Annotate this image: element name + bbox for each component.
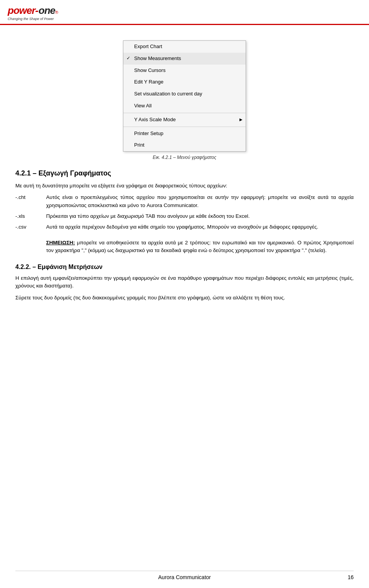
def-row-csv: -.csv Αυτά τα αρχεία περιέχουν δεδομένα … bbox=[15, 223, 354, 254]
term-xls: -.xls bbox=[15, 212, 46, 220]
logo-container: power-one® Changing the Shape of Power bbox=[8, 5, 361, 21]
menu-item-edit-y-range[interactable]: Edit Y Range bbox=[123, 76, 246, 88]
menu-item-show-measurements[interactable]: Show Measurements bbox=[123, 53, 246, 65]
menu-separator-1 bbox=[123, 113, 246, 113]
term-csv: -.csv bbox=[15, 223, 46, 254]
def-row-xls: -.xls Πρόκειται για τύπο αρχείων με διαχ… bbox=[15, 212, 354, 220]
menu-item-print[interactable]: Print bbox=[123, 139, 246, 151]
logo-dash: - bbox=[35, 5, 39, 17]
logo-line1: power-one® bbox=[8, 5, 58, 17]
desc-xls: Πρόκειται για τύπο αρχείων με διαχωρισμό… bbox=[46, 212, 354, 220]
menu-item-view-all[interactable]: View All bbox=[123, 100, 246, 112]
section-421-intro: Με αυτή τη δυνατότητα μπορείτε να εξάγετ… bbox=[15, 182, 354, 190]
definition-table: -.cht Αυτός είναι ο προεπιλεγμένος τύπος… bbox=[15, 194, 354, 254]
menu-item-printer-setup[interactable]: Printer Setup bbox=[123, 128, 246, 140]
footer-page: 16 bbox=[347, 574, 354, 580]
page-header: power-one® Changing the Shape of Power bbox=[0, 0, 369, 25]
menu-separator-2 bbox=[123, 127, 246, 127]
menu-item-set-visualization[interactable]: Set visualization to current day bbox=[123, 88, 246, 100]
logo-power: power bbox=[8, 5, 35, 17]
section-422-para1: Η επιλογή αυτή εμφανίζει/αποκρύπτει την … bbox=[15, 274, 354, 290]
desc-cht: Αυτός είναι ο προεπιλεγμένος τύπος αρχεί… bbox=[46, 194, 354, 209]
desc-csv: Αυτά τα αρχεία περιέχουν δεδομένα για κά… bbox=[46, 223, 354, 254]
desc-csv-text: Αυτά τα αρχεία περιέχουν δεδομένα για κά… bbox=[46, 224, 318, 230]
note-label: ΣΗΜΕΙΩΣΗ: bbox=[46, 240, 75, 246]
page-footer: Aurora Communicator 16 bbox=[15, 571, 354, 580]
logo-tagline: Changing the Shape of Power bbox=[8, 17, 54, 21]
footer-label: Aurora Communicator bbox=[158, 574, 211, 580]
menu-item-y-axis-scale[interactable]: Y Axis Scale Mode bbox=[123, 114, 246, 126]
logo-registered: ® bbox=[55, 10, 58, 15]
context-menu: Export Chart Show Measurements Show Curs… bbox=[123, 40, 246, 152]
figure-caption: Εικ. 4.2.1 – Μενού γραφήματος bbox=[153, 155, 216, 160]
figure-context-menu: Export Chart Show Measurements Show Curs… bbox=[104, 40, 265, 160]
section-422-heading: 4.2.2. – Εμφάνιση Μετρήσεων bbox=[15, 264, 354, 271]
term-cht: -.cht bbox=[15, 194, 46, 209]
section-422-para2: Σύρετε τους δυο δρομείς (τις δυο διακεκο… bbox=[15, 294, 354, 302]
menu-item-export-chart[interactable]: Export Chart bbox=[123, 41, 246, 53]
def-row-cht: -.cht Αυτός είναι ο προεπιλεγμένος τύπος… bbox=[15, 194, 354, 209]
note-text: μπορείτε να αποθηκεύσετε τα αρχεία αυτά … bbox=[46, 240, 354, 253]
logo-box: power-one® Changing the Shape of Power bbox=[8, 5, 58, 21]
main-content: Export Chart Show Measurements Show Curs… bbox=[0, 25, 369, 313]
menu-item-show-cursors[interactable]: Show Cursors bbox=[123, 65, 246, 77]
logo-one: one bbox=[38, 5, 55, 17]
section-421-heading: 4.2.1 – Εξαγωγή Γραφήματος bbox=[15, 169, 354, 177]
